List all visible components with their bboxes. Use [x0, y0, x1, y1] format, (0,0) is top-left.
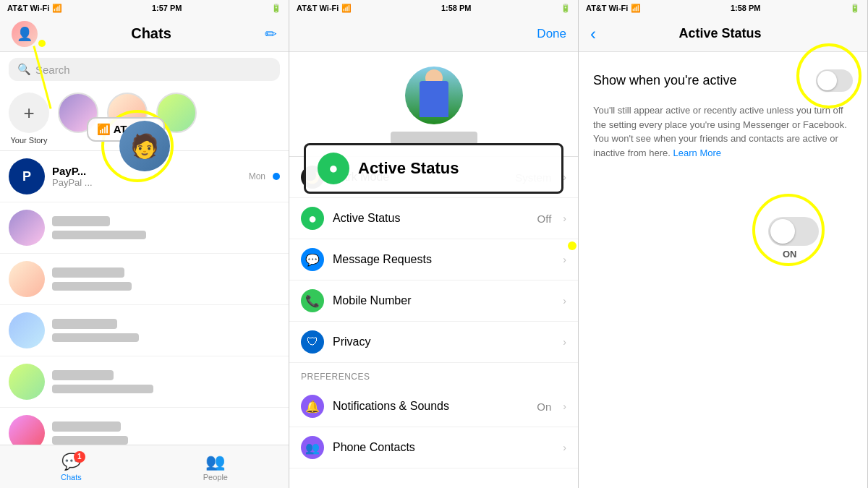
active-status-page-title: Active Status [602, 26, 838, 41]
carrier-1: AT&T Wi-Fi [7, 4, 49, 12]
notifications-value: On [537, 401, 551, 413]
add-story-item[interactable]: + Your Story [9, 93, 49, 145]
active-status-highlight-icon: ● [318, 153, 349, 184]
phone-chats: AT&T Wi-Fi 📶 1:57 PM 🔋 👤 Chats ✏ 🔍 Searc… [0, 0, 289, 488]
chat-item-paypal[interactable]: P PayP... PayPal ... Mon [0, 151, 289, 202]
wifi-icon-1: 📶 [52, 4, 62, 13]
edit-icon[interactable]: ✏ [265, 25, 277, 43]
notifications-icon: 🔔 [301, 395, 324, 418]
active-status-chevron: › [563, 213, 566, 224]
battery-icon-3: 🔋 [850, 4, 860, 13]
active-status-header: ‹ Active Status [579, 16, 867, 52]
status-bar-1: AT&T Wi-Fi 📶 1:57 PM 🔋 [0, 0, 289, 16]
notifications-chevron: › [563, 401, 566, 412]
message-requests-icon: 💬 [301, 248, 324, 271]
chat-avatar-3 [9, 261, 45, 297]
mobile-number-label: Mobile Number [333, 294, 554, 307]
chat-name-blur-5 [52, 370, 114, 380]
chat-item-2[interactable] [0, 202, 289, 254]
status-left-2: AT&T Wi-Fi 📶 [297, 4, 352, 13]
battery-2: 🔋 [561, 4, 571, 13]
chat-avatar-4 [9, 312, 45, 348]
phone-active-status: AT&T Wi-Fi 📶 1:58 PM 🔋 ‹ Active Status S… [579, 0, 868, 488]
chat-preview-paypal: PayPal ... [52, 177, 242, 188]
settings-mobile-number[interactable]: 📞 Mobile Number › [289, 281, 578, 322]
chat-name-blur-4 [52, 319, 117, 329]
done-button[interactable]: Done [537, 27, 566, 41]
mobile-number-chevron: › [563, 295, 566, 307]
learn-more-link[interactable]: Learn More [673, 147, 721, 158]
tab-chats-label: Chats [61, 473, 82, 481]
annotation-circle-toggle-bottom [752, 194, 825, 266]
chat-avatar-5 [9, 364, 45, 400]
add-story-circle[interactable]: + [9, 93, 49, 133]
status-left-3: AT&T Wi-Fi 📶 [586, 4, 641, 13]
chat-info-3 [52, 267, 280, 291]
chat-list: P PayP... PayPal ... Mon [0, 151, 289, 459]
message-requests-label: Message Requests [333, 253, 554, 266]
battery-3: 🔋 [850, 4, 860, 13]
story-item-3[interactable] [156, 93, 197, 145]
status-left-1: AT&T Wi-Fi 📶 [7, 4, 62, 13]
chats-badge: 1 [74, 451, 85, 463]
settings-active-status[interactable]: ● Active Status Off › [289, 198, 578, 239]
chat-info-paypal: PayP... PayPal ... [52, 165, 242, 188]
search-bar[interactable]: 🔍 Search [9, 58, 280, 81]
chat-time-paypal: Mon [249, 171, 265, 181]
people-icon: 👥 [205, 453, 225, 471]
chat-name-blur-6 [52, 421, 121, 432]
profile-photo[interactable] [405, 67, 463, 124]
status-bar-3: AT&T Wi-Fi 📶 1:58 PM 🔋 [579, 0, 867, 16]
tab-chats[interactable]: 💬 1 Chats [61, 453, 82, 481]
story-circle-3[interactable] [156, 93, 197, 133]
wifi-icon-3: 📶 [631, 4, 641, 13]
settings-message-requests[interactable]: 💬 Message Requests › [289, 239, 578, 281]
chat-preview-blur-6 [52, 436, 128, 445]
tab-people-label: People [203, 473, 228, 481]
chat-name-paypal: PayP... [52, 165, 242, 177]
user-avatar[interactable]: 👤 [12, 21, 38, 47]
active-status-toggle[interactable] [816, 69, 853, 92]
toggle-knob-large [770, 219, 795, 244]
active-status-label: Active Status [333, 212, 529, 225]
story-item-1[interactable] [58, 93, 98, 145]
wifi-icon-2: 📶 [341, 4, 352, 13]
tab-chats-icon-wrapper: 💬 1 [61, 453, 81, 471]
phone-settings: AT&T Wi-Fi 📶 1:58 PM 🔋 Done 🌙 Dark Mode … [289, 0, 579, 488]
chats-title: Chats [131, 25, 171, 42]
profile-body [420, 81, 448, 117]
settings-privacy[interactable]: 🛡 Privacy › [289, 322, 578, 363]
story-item-2[interactable] [107, 93, 148, 145]
chat-info-4 [52, 319, 280, 342]
chat-preview-blur-3 [52, 282, 132, 291]
settings-notifications[interactable]: 🔔 Notifications & Sounds On › [289, 386, 578, 427]
story-circle-1[interactable] [58, 93, 98, 133]
chat-name-blur-2 [52, 216, 110, 226]
active-indicator: ● [328, 159, 338, 178]
back-button[interactable]: ‹ [590, 24, 596, 44]
toggle-row: Show when you're active [593, 69, 853, 92]
phone-contacts-icon: 👥 [301, 436, 324, 459]
active-status-highlight-text: Active Status [358, 159, 459, 178]
chat-item-3[interactable] [0, 254, 289, 305]
mobile-number-icon: 📞 [301, 289, 324, 312]
chats-header: 👤 Chats ✏ [0, 16, 289, 52]
settings-phone-contacts[interactable]: 👥 Phone Contacts › [289, 427, 578, 468]
time-3: 1:58 PM [731, 4, 761, 12]
chat-info-2 [52, 216, 280, 239]
chat-item-5[interactable] [0, 356, 289, 408]
tab-people[interactable]: 👥 People [203, 453, 228, 481]
time-2: 1:58 PM [441, 4, 472, 12]
toggle-knob [817, 71, 837, 90]
carrier-3: AT&T Wi-Fi [586, 4, 628, 12]
battery-icon-1: 🔋 [271, 4, 281, 13]
time-1: 1:57 PM [152, 4, 182, 12]
chat-preview-blur-4 [52, 333, 139, 342]
chat-preview-blur-2 [52, 231, 146, 239]
unread-badge-paypal [273, 173, 280, 180]
active-status-value: Off [537, 213, 552, 225]
settings-header: Done [289, 16, 578, 52]
chat-item-4[interactable] [0, 305, 289, 356]
story-circle-2[interactable] [107, 93, 148, 133]
chat-avatar-paypal: P [9, 158, 45, 194]
